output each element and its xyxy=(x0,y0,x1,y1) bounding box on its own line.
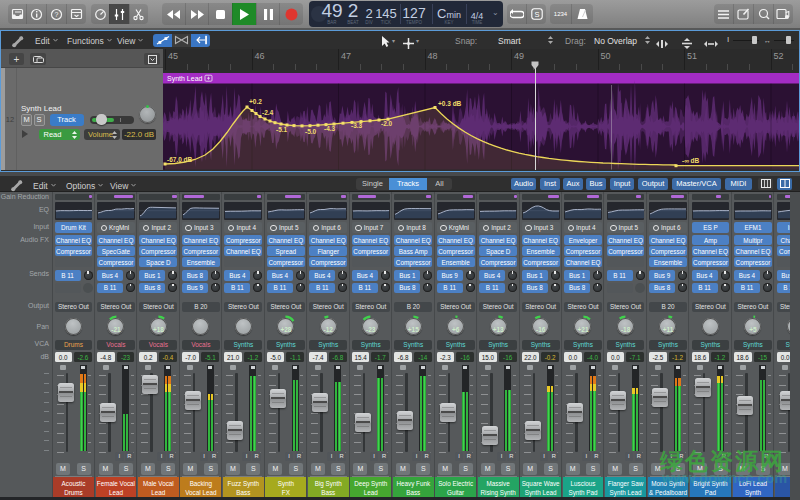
svg-text:-∞ dB: -∞ dB xyxy=(682,157,700,164)
svg-text:-3.3: -3.3 xyxy=(351,122,363,129)
svg-text:-5.0: -5.0 xyxy=(305,128,317,135)
svg-text:-2.4: -2.4 xyxy=(262,109,274,116)
svg-text:-2.0: -2.0 xyxy=(381,120,393,127)
svg-text:S: S xyxy=(534,10,539,19)
svg-text:-67.0 dB: -67.0 dB xyxy=(167,156,193,163)
svg-text:+0.2: +0.2 xyxy=(249,98,262,105)
svg-text:-5.1: -5.1 xyxy=(276,126,288,133)
svg-text:Synth Lead: Synth Lead xyxy=(167,75,203,83)
svg-text:+0.3 dB: +0.3 dB xyxy=(438,100,462,107)
svg-text:-4.3: -4.3 xyxy=(324,125,336,132)
svg-text:?: ? xyxy=(54,11,58,18)
